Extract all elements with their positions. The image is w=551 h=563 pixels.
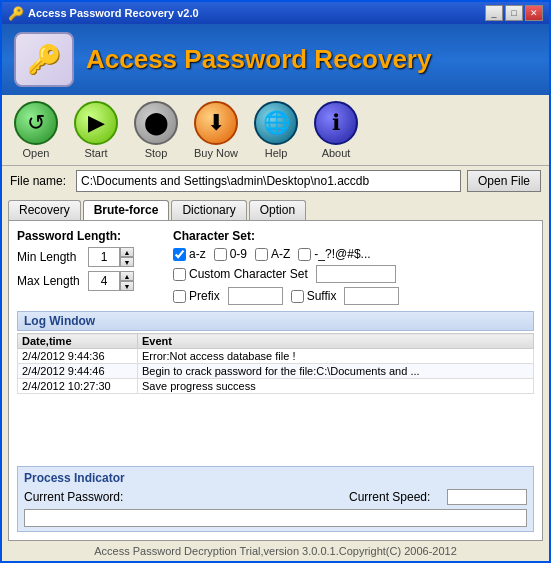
prefix-input[interactable]: [228, 287, 283, 305]
open-icon: ↺: [14, 101, 58, 145]
title-bar: 🔑 Access Password Recovery v2.0 _ □ ✕: [2, 2, 549, 24]
custom-charset-item[interactable]: Custom Character Set: [173, 267, 308, 281]
app-name-highlight: Password: [184, 44, 307, 74]
tab-recovery[interactable]: Recovery: [8, 200, 81, 220]
close-button[interactable]: ✕: [525, 5, 543, 21]
about-button[interactable]: ℹ About: [310, 101, 362, 159]
tab-option[interactable]: Option: [249, 200, 306, 220]
tab-brute-force[interactable]: Brute-force: [83, 200, 170, 220]
charset-az-item[interactable]: a-z: [173, 247, 206, 261]
max-spinner-buttons: ▲ ▼: [120, 271, 134, 291]
password-length-label: Password Length:: [17, 229, 157, 243]
prefix-label: Prefix: [189, 289, 220, 303]
file-name-input[interactable]: [76, 170, 461, 192]
app-title: Access Password Recovery: [86, 44, 431, 75]
custom-charset-label: Custom Character Set: [189, 267, 308, 281]
left-panel: Password Length: Min Length ▲ ▼ Max Leng…: [17, 229, 157, 305]
custom-charset-checkbox[interactable]: [173, 268, 186, 281]
min-spinner-buttons: ▲ ▼: [120, 247, 134, 267]
max-increment-button[interactable]: ▲: [120, 271, 134, 281]
about-icon: ℹ: [314, 101, 358, 145]
suffix-label: Suffix: [307, 289, 337, 303]
file-name-label: File name:: [10, 174, 70, 188]
window-title: Access Password Recovery v2.0: [28, 7, 199, 19]
max-length-label: Max Length: [17, 274, 82, 288]
charset-row1: a-z 0-9 A-Z -_?!@#$...: [173, 247, 534, 261]
custom-charset-input[interactable]: [316, 265, 396, 283]
prefix-suffix-row: Prefix Suffix: [173, 287, 534, 305]
buynow-button[interactable]: ⬇ Buy Now: [190, 101, 242, 159]
maximize-button[interactable]: □: [505, 5, 523, 21]
min-length-spinner: ▲ ▼: [88, 247, 134, 267]
log-section: Log Window Date,time Event 2/4/2012 9:44…: [17, 311, 534, 460]
footer: Access Password Decryption Trial,version…: [2, 541, 549, 561]
minimize-button[interactable]: _: [485, 5, 503, 21]
progress-bar: [24, 509, 527, 527]
charset-AZ-checkbox[interactable]: [255, 248, 268, 261]
log-title: Log Window: [17, 311, 534, 331]
log-col-datetime: Date,time: [18, 334, 138, 349]
max-length-row: Max Length ▲ ▼: [17, 271, 157, 291]
help-icon: 🌐: [254, 101, 298, 145]
stop-icon: ⬤: [134, 101, 178, 145]
log-col-event: Event: [138, 334, 534, 349]
charset-AZ-item[interactable]: A-Z: [255, 247, 290, 261]
app-header: 🔑 Access Password Recovery: [2, 24, 549, 95]
charset-special-checkbox[interactable]: [298, 248, 311, 261]
logo-key-icon: 🔑: [27, 43, 62, 76]
log-cell-datetime: 2/4/2012 9:44:36: [18, 349, 138, 364]
start-label: Start: [84, 147, 107, 159]
log-cell-event: Save progress success: [138, 379, 534, 394]
log-table: Date,time Event 2/4/2012 9:44:36Error:No…: [17, 333, 534, 394]
max-decrement-button[interactable]: ▼: [120, 281, 134, 291]
max-length-input[interactable]: [88, 271, 120, 291]
process-title: Process Indicator: [24, 471, 527, 485]
process-row: Current Password: Current Speed:: [24, 489, 527, 505]
current-speed-box: [447, 489, 527, 505]
charset-09-item[interactable]: 0-9: [214, 247, 247, 261]
charset-row2: Custom Character Set: [173, 265, 534, 283]
min-decrement-button[interactable]: ▼: [120, 257, 134, 267]
stop-button[interactable]: ⬤ Stop: [130, 101, 182, 159]
current-speed-label: Current Speed:: [349, 490, 439, 504]
tab-dictionary[interactable]: Dictionary: [171, 200, 246, 220]
charset-special-item[interactable]: -_?!@#$...: [298, 247, 370, 261]
open-button[interactable]: ↺ Open: [10, 101, 62, 159]
min-increment-button[interactable]: ▲: [120, 247, 134, 257]
start-icon: ▶: [74, 101, 118, 145]
process-section: Process Indicator Current Password: Curr…: [17, 466, 534, 532]
start-button[interactable]: ▶ Start: [70, 101, 122, 159]
charset-label: Character Set:: [173, 229, 534, 243]
log-row: 2/4/2012 10:27:30Save progress success: [18, 379, 534, 394]
footer-text: Access Password Decryption Trial,version…: [94, 545, 457, 557]
prefix-item[interactable]: Prefix: [173, 289, 220, 303]
brute-force-panel: Password Length: Min Length ▲ ▼ Max Leng…: [17, 229, 534, 305]
log-cell-datetime: 2/4/2012 9:44:46: [18, 364, 138, 379]
buynow-label: Buy Now: [194, 147, 238, 159]
suffix-checkbox[interactable]: [291, 290, 304, 303]
help-label: Help: [265, 147, 288, 159]
prefix-checkbox[interactable]: [173, 290, 186, 303]
suffix-item[interactable]: Suffix: [291, 289, 337, 303]
toolbar: ↺ Open ▶ Start ⬤ Stop ⬇ Buy Now 🌐 Help ℹ…: [2, 95, 549, 166]
charset-az-checkbox[interactable]: [173, 248, 186, 261]
stop-label: Stop: [145, 147, 168, 159]
tab-bar: Recovery Brute-force Dictionary Option: [2, 196, 549, 220]
main-content: Password Length: Min Length ▲ ▼ Max Leng…: [8, 220, 543, 541]
charset-09-checkbox[interactable]: [214, 248, 227, 261]
help-button[interactable]: 🌐 Help: [250, 101, 302, 159]
log-row: 2/4/2012 9:44:46Begin to crack password …: [18, 364, 534, 379]
suffix-input[interactable]: [344, 287, 399, 305]
log-cell-datetime: 2/4/2012 10:27:30: [18, 379, 138, 394]
file-row: File name: Open File: [2, 166, 549, 196]
open-file-button[interactable]: Open File: [467, 170, 541, 192]
min-length-label: Min Length: [17, 250, 82, 264]
charset-special-label: -_?!@#$...: [314, 247, 370, 261]
log-row: 2/4/2012 9:44:36Error:Not access databas…: [18, 349, 534, 364]
right-panel: Character Set: a-z 0-9 A-Z: [173, 229, 534, 305]
min-length-input[interactable]: [88, 247, 120, 267]
charset-AZ-label: A-Z: [271, 247, 290, 261]
logo-icon: 🔑: [14, 32, 74, 87]
open-label: Open: [23, 147, 50, 159]
log-cell-event: Error:Not access database file !: [138, 349, 534, 364]
